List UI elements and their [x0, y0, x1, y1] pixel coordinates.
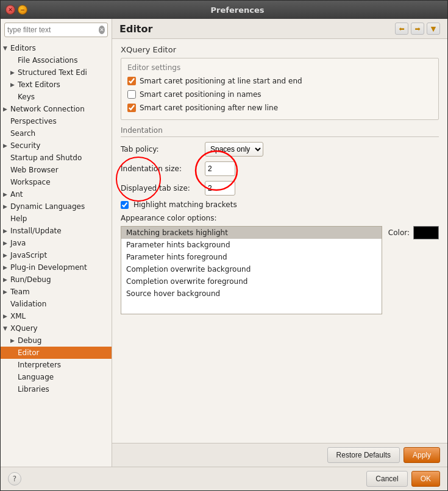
sidebar-item-label: Plug-in Development [10, 263, 87, 272]
sidebar-item-install-update[interactable]: Install/Update [1, 225, 112, 237]
close-button[interactable]: ✕ [5, 5, 15, 15]
sidebar-item-label: Dynamic Languages [10, 202, 85, 211]
arrow-icon [3, 203, 10, 210]
sidebar-item-label: Help [10, 214, 27, 223]
highlight-brackets-label: Highlight matching brackets [133, 200, 237, 209]
tab-policy-select[interactable]: Spaces onlyTabs onlyMixed [205, 142, 263, 157]
indentation-size-label: Indentation size: [121, 164, 200, 173]
restore-defaults-button[interactable]: Restore Defaults [327, 447, 400, 463]
panel-header: Editor ⬅ ➡ ▼ [112, 19, 447, 39]
appearance-list-item[interactable]: Parameter hints foreground [121, 251, 382, 263]
search-box[interactable]: ✕ [4, 23, 108, 37]
sidebar-item-security[interactable]: Security [1, 140, 112, 152]
sidebar-item-xquery[interactable]: XQuery [1, 322, 112, 334]
sidebar-item-debug[interactable]: Debug [1, 334, 112, 347]
sidebar-item-label: Run/Debug [10, 275, 51, 284]
xquery-editor-title: XQuery Editor [121, 45, 439, 54]
appearance-list-item[interactable]: Completion overwrite background [121, 263, 382, 275]
sidebar-item-perspectives[interactable]: Perspectives [1, 115, 112, 127]
sidebar-item-label: Perspectives [10, 117, 57, 125]
indentation-size-input[interactable] [205, 161, 235, 176]
sidebar-item-xml[interactable]: XML [1, 310, 112, 322]
nav-forward-button[interactable]: ➡ [411, 23, 424, 35]
sidebar-item-editors[interactable]: Editors [1, 42, 112, 54]
search-clear-button[interactable]: ✕ [99, 26, 105, 34]
sidebar-item-ant[interactable]: Ant [1, 188, 112, 200]
sidebar-item-team[interactable]: Team [1, 286, 112, 298]
displayed-tab-size-input[interactable] [205, 181, 235, 196]
titlebar: ✕ − Preferences [1, 1, 447, 19]
sidebar-item-label: Structured Text Edi [18, 68, 87, 77]
arrow-icon [10, 69, 18, 76]
ok-button[interactable]: OK [411, 471, 440, 487]
sidebar-item-java[interactable]: Java [1, 237, 112, 249]
sidebar-item-search[interactable]: Search [1, 127, 112, 140]
smart-caret-names-label: Smart caret positioning in names [140, 90, 261, 99]
sidebar: ✕ EditorsFile AssociationsStructured Tex… [1, 19, 112, 467]
sidebar-item-label: Web Browser [10, 166, 59, 174]
sidebar-item-language[interactable]: Language [1, 371, 112, 383]
smart-caret-start-end-checkbox[interactable] [127, 77, 136, 85]
arrow-icon [3, 277, 10, 283]
nav-back-button[interactable]: ⬅ [395, 23, 408, 35]
sidebar-item-label: XQuery [10, 324, 38, 333]
preferences-dialog: ✕ − Preferences ✕ EditorsFile Associatio… [0, 0, 448, 491]
appearance-list-item[interactable]: Completion overwrite foreground [121, 275, 382, 288]
color-swatch[interactable] [413, 226, 439, 239]
smart-caret-names-checkbox[interactable] [127, 90, 136, 99]
window-controls: ✕ − [5, 5, 27, 15]
restore-apply-bar: Restore Defaults Apply [112, 443, 447, 467]
sidebar-item-plugin-development[interactable]: Plug-in Development [1, 261, 112, 274]
action-bar: ? Cancel OK [1, 467, 447, 490]
minimize-button[interactable]: − [18, 5, 27, 15]
arrow-icon [3, 313, 10, 319]
sidebar-item-network-connection[interactable]: Network Connection [1, 103, 112, 115]
sidebar-item-text-editors[interactable]: Text Editors [1, 79, 112, 91]
sidebar-item-structured-text[interactable]: Structured Text Edi [1, 66, 112, 79]
right-panel: Editor ⬅ ➡ ▼ XQuery Editor Editor set [112, 19, 447, 467]
sidebar-item-editor[interactable]: Editor [1, 347, 112, 359]
sidebar-item-run-debug[interactable]: Run/Debug [1, 274, 112, 286]
appearance-list-item[interactable]: Parameter hints background [121, 239, 382, 251]
panel-title: Editor [119, 23, 395, 35]
tab-policy-label: Tab policy: [121, 145, 200, 154]
color-label: Color: [388, 228, 410, 237]
smart-caret-newline-checkbox[interactable] [127, 104, 136, 112]
arrow-icon [3, 106, 10, 112]
appearance-section: Appearance color options: Matching brack… [121, 214, 439, 314]
sidebar-item-label: Editors [10, 44, 36, 52]
sidebar-item-workspace[interactable]: Workspace [1, 176, 112, 188]
sidebar-item-validation[interactable]: Validation [1, 298, 112, 310]
sidebar-item-help[interactable]: Help [1, 213, 112, 225]
nav-menu-button[interactable]: ▼ [427, 23, 440, 35]
arrow-icon [3, 264, 10, 270]
sidebar-item-label: Libraries [18, 385, 49, 394]
displayed-tab-size-row: Displayed tab size: [121, 181, 439, 196]
sidebar-item-file-associations[interactable]: File Associations [1, 54, 112, 66]
arrow-icon [3, 252, 10, 258]
forward-icon: ➡ [414, 25, 420, 33]
apply-button[interactable]: Apply [404, 447, 440, 463]
appearance-body: Matching brackets highlightParameter hin… [121, 226, 439, 314]
appearance-list-item[interactable]: Source hover background [121, 288, 382, 300]
appearance-list-item[interactable]: Matching brackets highlight [121, 227, 382, 239]
sidebar-item-label: Text Editors [18, 80, 60, 89]
highlight-brackets-checkbox[interactable] [121, 201, 129, 209]
sidebar-item-label: Java [10, 239, 26, 247]
search-input[interactable] [7, 26, 99, 34]
sidebar-item-interpreters[interactable]: Interpreters [1, 359, 112, 371]
cancel-button[interactable]: Cancel [366, 471, 407, 487]
arrow-icon [3, 325, 10, 331]
editor-settings-group: Editor settings Smart caret positioning … [121, 58, 439, 120]
smart-caret-newline-label: Smart caret positioning after new line [140, 104, 278, 112]
sidebar-item-web-browser[interactable]: Web Browser [1, 164, 112, 176]
sidebar-item-keys[interactable]: Keys [1, 91, 112, 103]
help-button[interactable]: ? [8, 472, 21, 486]
sidebar-item-dynamic-languages[interactable]: Dynamic Languages [1, 200, 112, 213]
sidebar-item-label: XML [10, 312, 26, 320]
main-content: ✕ EditorsFile AssociationsStructured Tex… [1, 19, 447, 467]
sidebar-item-javascript[interactable]: JavaScript [1, 249, 112, 261]
arrow-icon [3, 240, 10, 246]
sidebar-item-startup-shutdown[interactable]: Startup and Shutdo [1, 152, 112, 164]
sidebar-item-libraries[interactable]: Libraries [1, 383, 112, 395]
